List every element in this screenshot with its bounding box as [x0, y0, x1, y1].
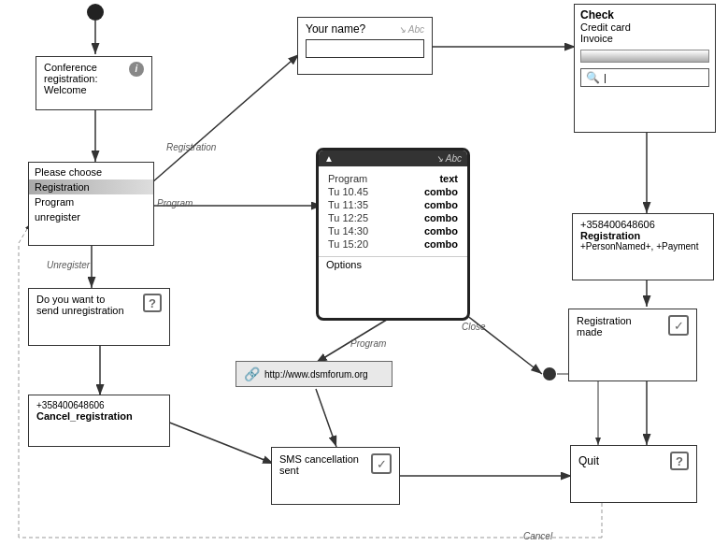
- device-val-1520[interactable]: combo: [424, 238, 458, 250]
- cancel-arrow-label: Cancel: [523, 531, 552, 541]
- your-name-box: Your name? ↘ Abc: [297, 17, 433, 75]
- registration-made-box: Registration made ✓: [568, 309, 697, 381]
- diagram: Conference registration: Welcome i Pleas…: [0, 0, 728, 560]
- quit-box: Quit ?: [570, 445, 697, 503]
- svg-line-18: [167, 422, 274, 464]
- svg-line-10: [458, 309, 542, 374]
- check-title: Check: [580, 8, 631, 22]
- device-row-1520: Tu 15:20 combo: [324, 237, 462, 251]
- conference-box: Conference registration: Welcome i: [36, 56, 152, 110]
- program-arrow-label: Program: [157, 198, 193, 208]
- cancel-reg-label: Cancel_registration: [36, 410, 162, 422]
- device-val-1135[interactable]: combo: [424, 199, 458, 210]
- device-content: Program text Tu 10.45 combo Tu 11:35 com…: [319, 166, 467, 256]
- check-line2: Invoice: [580, 33, 631, 44]
- info-icon: i: [129, 62, 144, 77]
- device-row-program: Program text: [324, 172, 462, 185]
- check-input-cursor[interactable]: |: [604, 72, 607, 83]
- check-box: Check Credit card Invoice 🔍 |: [574, 4, 716, 133]
- check-mark-icon: ✓: [668, 315, 689, 336]
- device-val-1045[interactable]: combo: [424, 186, 458, 197]
- reg-card-extra: +PersonNamed+, +Payment: [580, 241, 706, 251]
- cancel-reg-box: +358400648606 Cancel_registration: [28, 395, 170, 447]
- device-key-1520: Tu 15:20: [328, 238, 368, 250]
- device-key-1225: Tu 12:25: [328, 212, 368, 223]
- start-node: [87, 4, 104, 21]
- device-box: ▲ ↘ Abc Program text Tu 10.45 combo Tu 1…: [316, 148, 470, 321]
- link-icon: 🔗: [244, 366, 260, 381]
- device-key-program: Program: [328, 173, 367, 184]
- reg-made-line2: made: [577, 326, 632, 337]
- list-item-registration[interactable]: Registration: [29, 179, 153, 194]
- question-icon-2: ?: [670, 452, 689, 470]
- conference-label: Conference registration: Welcome: [44, 62, 97, 95]
- your-name-input[interactable]: [306, 39, 424, 58]
- url-text: http://www.dsmforum.org: [264, 369, 368, 380]
- reg-card-label: Registration: [580, 230, 706, 241]
- device-key-1135: Tu 11:35: [328, 199, 368, 210]
- device-abc-label: ↘ Abc: [435, 153, 462, 164]
- cancel-reg-phone: +358400648606: [36, 400, 162, 410]
- device-options-label[interactable]: Options: [319, 256, 467, 272]
- svg-line-14: [316, 389, 336, 447]
- abc-label-1: ↘ Abc: [398, 24, 424, 35]
- quit-label: Quit: [578, 454, 599, 467]
- device-signal-icon: ▲: [324, 153, 334, 164]
- device-val-1430[interactable]: combo: [424, 225, 458, 237]
- please-choose-box: Please choose Registration Program unreg…: [28, 162, 154, 246]
- device-val-1225[interactable]: combo: [424, 212, 458, 223]
- device-title-bar: ▲ ↘ Abc: [319, 151, 467, 166]
- device-row-1225: Tu 12:25 combo: [324, 211, 462, 224]
- sms-cancel-line1: SMS cancellation: [279, 453, 359, 465]
- svg-point-23: [543, 367, 556, 381]
- registration-card-box: +358400648606 Registration +PersonNamed+…: [572, 213, 714, 280]
- program-arrow-label-2: Program: [350, 338, 386, 349]
- sms-cancel-box: SMS cancellation sent ✓: [271, 447, 400, 505]
- device-key-1045: Tu 10.45: [328, 186, 368, 197]
- device-row-1045: Tu 10.45 combo: [324, 185, 462, 198]
- url-box[interactable]: 🔗 http://www.dsmforum.org: [236, 361, 393, 387]
- sms-cancel-line2: sent: [279, 465, 359, 476]
- your-name-label: Your name?: [306, 22, 365, 36]
- do-you-want-label: Do you want to send unregistration: [36, 294, 124, 316]
- registration-arrow-label: Registration: [166, 142, 216, 152]
- please-choose-label: Please choose: [29, 163, 153, 179]
- unregister-arrow-label: Unregister: [47, 260, 90, 270]
- list-item-program[interactable]: Program: [29, 194, 153, 209]
- reg-card-phone: +358400648606: [580, 219, 706, 230]
- check-line1: Credit card: [580, 22, 631, 33]
- close-arrow-label: Close: [462, 322, 486, 332]
- do-you-want-box: Do you want to send unregistration ?: [28, 288, 170, 346]
- list-item-unregister[interactable]: unregister: [29, 209, 153, 224]
- device-row-1430: Tu 14:30 combo: [324, 224, 462, 237]
- device-val-program[interactable]: text: [439, 173, 458, 184]
- reg-made-line1: Registration: [577, 315, 632, 326]
- device-row-1135: Tu 11:35 combo: [324, 198, 462, 211]
- svg-line-4: [152, 54, 299, 182]
- question-icon-1: ?: [143, 294, 162, 312]
- check-mark-icon-2: ✓: [371, 453, 392, 474]
- device-key-1430: Tu 14:30: [328, 225, 368, 237]
